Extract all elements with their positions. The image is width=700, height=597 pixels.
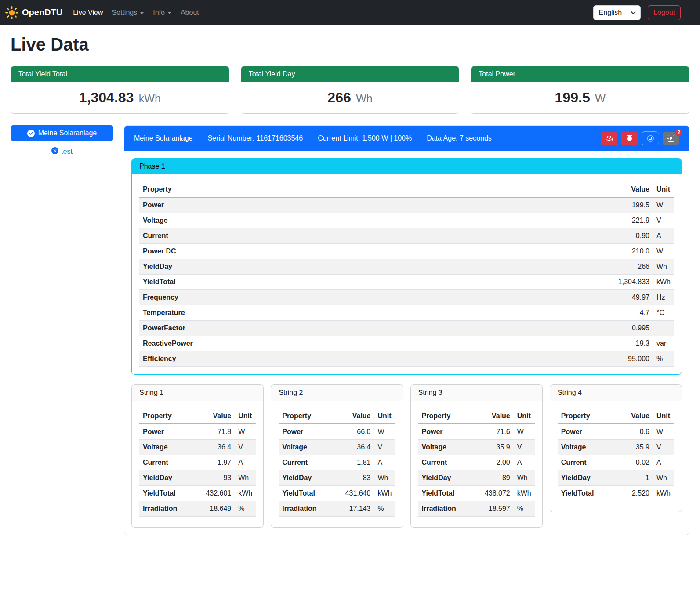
table-row: Power71.6W [418, 424, 535, 440]
string-card-body: Property Value Unit Power71.6WVoltage35.… [411, 401, 542, 527]
inverter-item-test-label: test [61, 148, 73, 156]
table-row: Irradiation17.143% [279, 501, 395, 517]
value-cell: 266 [615, 259, 653, 275]
table-row: YieldDay89Wh [418, 470, 535, 486]
value-cell: 66.0 [342, 424, 374, 440]
x-circle-icon [51, 147, 58, 156]
column-unit: Unit [235, 409, 256, 424]
column-unit: Unit [374, 409, 395, 424]
table-row: Voltage36.4V [139, 440, 256, 455]
value-cell: 0.90 [615, 228, 653, 244]
value-cell: 431.640 [342, 486, 374, 501]
limit-settings-button[interactable] [601, 132, 617, 145]
property-cell: Current [279, 455, 341, 470]
unit-cell: Wh [374, 470, 395, 486]
inverter-serial: Serial Number: 116171603546 [207, 134, 303, 142]
property-cell: Power [139, 424, 202, 440]
inverter-item-test[interactable]: test [51, 147, 73, 156]
table-row: Voltage221.9V [139, 213, 674, 228]
property-cell: YieldTotal [139, 275, 615, 290]
language-select[interactable]: English [593, 5, 641, 20]
event-log-button[interactable]: 2 [663, 132, 679, 145]
nav-item-settings-label: Settings [112, 9, 137, 17]
column-unit: Unit [653, 409, 674, 424]
unit-cell: A [235, 455, 256, 470]
unit-cell [653, 321, 674, 336]
summary-cards-row: Total Yield Total 1,304.83 kWh Total Yie… [11, 66, 689, 114]
column-value: Value [627, 409, 653, 424]
property-cell: Power DC [139, 244, 615, 259]
unit-cell: Wh [514, 470, 535, 486]
table-row: Current0.90A [139, 228, 674, 244]
unit-cell: V [653, 213, 674, 228]
property-cell: Voltage [279, 440, 341, 455]
content-row: Meine Solaranlage test Meine Solaranlage… [11, 125, 689, 535]
value-cell: 35.9 [481, 440, 514, 455]
check-circle-icon [27, 130, 35, 137]
value-cell: 18.649 [202, 501, 235, 517]
summary-unit: Wh [356, 92, 373, 105]
device-info-button[interactable] [642, 132, 659, 145]
unit-cell: Hz [653, 290, 674, 305]
property-cell: Current [139, 228, 615, 244]
string-card-title: String 3 [411, 385, 542, 401]
column-property: Property [279, 409, 341, 424]
property-cell: Power [279, 424, 341, 440]
inverter-select-button[interactable]: Meine Solaranlage [11, 125, 113, 141]
table-row: YieldDay83Wh [279, 470, 395, 486]
unit-cell: W [514, 424, 535, 440]
table-row: YieldDay266Wh [139, 259, 674, 275]
string-card: String 2 Property Value Unit Power66.0WV… [271, 384, 403, 528]
power-toggle-button[interactable] [621, 132, 638, 145]
property-cell: Current [418, 455, 481, 470]
table-row: Voltage35.9V [418, 440, 535, 455]
unit-cell: % [514, 501, 535, 517]
value-cell: 0.995 [615, 321, 653, 336]
table-row: Power0.6W [558, 424, 674, 440]
nav-item-about[interactable]: About [176, 5, 203, 20]
value-cell: 2.00 [481, 455, 514, 470]
string-table: Property Value Unit Power71.6WVoltage35.… [418, 409, 535, 517]
table-row: Current0.02A [558, 455, 674, 470]
value-cell: 49.97 [615, 290, 653, 305]
column-property: Property [139, 182, 615, 197]
unit-cell: Wh [653, 470, 674, 486]
nav-item-settings[interactable]: Settings [107, 5, 149, 20]
table-row: Current2.00A [418, 455, 535, 470]
summary-card-body: 199.5 W [471, 82, 689, 113]
unit-cell: A [374, 455, 395, 470]
summary-card-title: Total Yield Day [241, 66, 459, 82]
property-cell: YieldDay [279, 470, 341, 486]
unit-cell: W [374, 424, 395, 440]
cpu-icon [647, 135, 654, 142]
navbar-left: OpenDTU Live View Settings Info About [5, 5, 203, 20]
summary-card-body: 1,304.83 kWh [11, 82, 229, 113]
value-cell: 35.9 [627, 440, 653, 455]
table-row: Current1.81A [279, 455, 395, 470]
unit-cell: V [514, 440, 535, 455]
unit-cell: Wh [653, 259, 674, 275]
value-cell: 221.9 [615, 213, 653, 228]
table-row: Power71.8W [139, 424, 256, 440]
property-cell: Power [418, 424, 481, 440]
nav-item-info[interactable]: Info [149, 5, 176, 20]
power-icon [626, 135, 633, 142]
value-cell: 0.6 [627, 424, 653, 440]
string-card-body: Property Value Unit Power0.6WVoltage35.9… [550, 401, 682, 512]
unit-cell: kWh [653, 275, 674, 290]
unit-cell: kWh [374, 486, 395, 501]
logout-button[interactable]: Logout [648, 5, 681, 20]
table-header-row: Property Value Unit [139, 182, 674, 197]
nav-item-live-view[interactable]: Live View [69, 5, 107, 20]
caret-down-icon [140, 12, 144, 14]
string-table-body: Power66.0WVoltage36.4VCurrent1.81AYieldD… [279, 424, 395, 517]
event-count-badge: 2 [675, 129, 682, 136]
table-row: Frequency49.97Hz [139, 290, 674, 305]
inverter-action-buttons: 2 [601, 132, 679, 145]
string-table: Property Value Unit Power66.0WVoltage36.… [279, 409, 395, 517]
summary-card-title: Total Power [471, 66, 689, 82]
brand-link[interactable]: OpenDTU [5, 6, 62, 19]
property-cell: Power [139, 197, 615, 213]
property-cell: YieldDay [418, 470, 481, 486]
language-select-value: English [599, 9, 622, 17]
